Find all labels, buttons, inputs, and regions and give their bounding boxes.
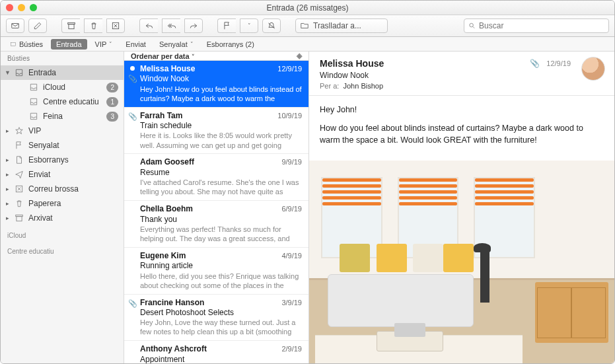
reader-header: Melissa House 📎 12/9/19 Window Nook Per …: [309, 52, 614, 96]
sidebar-header: Bústies: [1, 52, 124, 65]
flag-icon: [14, 140, 24, 151]
message-row[interactable]: 📎Farrah Tam10/9/19Train scheduleHere it …: [124, 108, 308, 155]
sidebar-item-senyalat[interactable]: Senyalat: [1, 138, 124, 153]
attachment-icon[interactable]: 📎: [530, 59, 540, 68]
sidebar-item-arxivat[interactable]: ▸Arxivat: [1, 211, 124, 225]
junk-icon: [14, 184, 24, 194]
reply-all-button[interactable]: [162, 18, 180, 33]
message-from: Francine Hanson: [140, 298, 204, 308]
close-button[interactable]: [6, 4, 13, 11]
feed-icon[interactable]: ◈: [297, 52, 302, 60]
sidebar-item-icloud[interactable]: iCloud2: [1, 80, 124, 94]
sidebar-item-label: Arxivat: [28, 213, 118, 223]
sidebar-item-paperera[interactable]: ▸Paperera: [1, 196, 124, 211]
message-subject: Window Nook: [140, 74, 302, 84]
message-from: Eugene Kim: [140, 251, 186, 261]
move-to-select[interactable]: Traslladar a...: [295, 18, 388, 33]
message-row[interactable]: Anthony Ashcroft2/9/19AppointmentYour ap…: [124, 341, 308, 364]
fav-drafts[interactable]: Esborranys (2): [201, 39, 260, 50]
sidebar-account-0[interactable]: iCloud: [1, 225, 124, 241]
trash-icon: [14, 198, 24, 209]
disclosure-triangle[interactable]: ▸: [5, 127, 10, 134]
attachment-icon: 📎: [128, 299, 137, 308]
reader-date: 12/9/19: [546, 59, 571, 67]
fav-inbox[interactable]: Entrada: [51, 39, 87, 50]
fav-sent[interactable]: Enviat: [120, 39, 151, 50]
sidebar-item-esborranys[interactable]: ▸Esborranys: [1, 153, 124, 167]
minimize-button[interactable]: [18, 4, 25, 11]
reply-button[interactable]: [139, 18, 158, 33]
sidebar-item-label: Correu brossa: [28, 184, 118, 194]
disclosure-triangle[interactable]: ▸: [5, 171, 10, 178]
search-input[interactable]: [479, 21, 604, 30]
main-pane: Bústies ▼EntradaiCloud2Centre educatiu1F…: [1, 52, 614, 363]
message-from: Melissa House: [140, 64, 195, 74]
archive-button[interactable]: [61, 18, 80, 33]
message-date: 9/9/19: [281, 157, 302, 167]
message-row[interactable]: 📎Melissa House12/9/19Window NookHey John…: [124, 61, 308, 108]
junk-button[interactable]: [106, 18, 125, 33]
disclosure-triangle[interactable]: ▼: [5, 69, 10, 76]
fav-flagged[interactable]: Senyalat˅: [154, 39, 199, 50]
disclosure-triangle[interactable]: ▸: [5, 157, 10, 163]
fav-vip[interactable]: VIP˅: [90, 39, 118, 50]
sidebar-item-entrada[interactable]: ▼Entrada: [1, 65, 124, 80]
message-from: Anthony Ashcroft: [140, 344, 207, 354]
message-preview: Everything was perfect! Thanks so much f…: [140, 225, 302, 243]
toolbar: ˅ Traslladar a...: [1, 15, 614, 37]
search-field[interactable]: [464, 18, 609, 33]
sidebar-item-label: Esborranys: [28, 155, 118, 164]
flag-menu-button[interactable]: ˅: [240, 18, 258, 33]
compose-button[interactable]: [28, 18, 47, 33]
sidebar-item-enviat[interactable]: ▸Enviat: [1, 167, 124, 182]
window-title: Entrada (26 missatges): [1, 3, 614, 13]
sidebar-item-label: Enviat: [28, 170, 118, 179]
sidebar-item-vip[interactable]: ▸VIP: [1, 124, 124, 138]
archive-icon: [14, 213, 24, 223]
disclosure-triangle[interactable]: ▸: [5, 186, 10, 192]
sidebar-item-label: Paperera: [28, 199, 118, 208]
fullscreen-button[interactable]: [30, 4, 37, 11]
sidebar-item-label: Centre educatiu: [43, 97, 102, 106]
message-row[interactable]: 📎Francine Hanson3/9/19Desert Photoshoot …: [124, 295, 308, 342]
message-preview: Here it is. Looks like the 8:05 would wo…: [140, 131, 302, 149]
get-mail-button[interactable]: [6, 18, 24, 33]
sort-header[interactable]: Ordenar per data ˅ ◈: [124, 52, 308, 61]
disclosure-triangle[interactable]: ▸: [5, 215, 10, 221]
sidebar: Bústies ▼EntradaiCloud2Centre educatiu1F…: [1, 52, 124, 363]
flag-button[interactable]: [217, 18, 236, 33]
message-date: 10/9/19: [277, 111, 302, 121]
sidebar-item-correu-brossa[interactable]: ▸Correu brossa: [1, 182, 124, 196]
attachment-icon: 📎: [128, 112, 137, 121]
message-row[interactable]: Adam Gooseff9/9/19ResumeI've attached Ca…: [124, 154, 308, 201]
message-row[interactable]: Eugene Kim4/9/19Running articleHello the…: [124, 248, 308, 295]
message-date: 12/9/19: [277, 64, 302, 74]
message-date: 4/9/19: [281, 251, 302, 261]
sidebar-item-label: Entrada: [28, 68, 118, 77]
disclosure-triangle[interactable]: ▸: [5, 200, 10, 207]
fav-mailboxes[interactable]: Bústies: [5, 39, 48, 50]
mute-button[interactable]: [262, 18, 281, 33]
message-from: Chella Boehm: [140, 204, 193, 214]
favorites-bar: Bústies Entrada VIP˅ Enviat Senyalat˅ Es…: [1, 37, 614, 52]
titlebar: Entrada (26 missatges): [1, 1, 614, 15]
sidebar-account-1[interactable]: Centre educatiu: [1, 241, 124, 257]
message-subject: Desert Photoshoot Selects: [140, 308, 302, 318]
child-icon: [28, 96, 39, 107]
sidebar-item-feina[interactable]: Feina3: [1, 109, 124, 124]
sidebar-item-label: iCloud: [43, 83, 102, 92]
drafts-icon: [14, 155, 24, 165]
message-subject: Running article: [140, 261, 302, 271]
attachment-image[interactable]: [309, 161, 614, 363]
delete-button[interactable]: [84, 18, 102, 33]
sender-avatar[interactable]: [581, 57, 605, 81]
svg-rect-8: [17, 217, 22, 221]
sidebar-item-centre-educatiu[interactable]: Centre educatiu1: [1, 94, 124, 109]
forward-button[interactable]: [184, 18, 203, 33]
message-date: 6/9/19: [281, 204, 302, 214]
unread-badge: 3: [106, 112, 118, 122]
message-preview: Hey John! How do you feel about blinds i…: [140, 85, 302, 103]
message-preview: Hey John, Love the way these turned out.…: [140, 318, 302, 336]
message-row[interactable]: Chella Boehm6/9/19Thank youEverything wa…: [124, 201, 308, 248]
window-controls: [6, 4, 37, 11]
